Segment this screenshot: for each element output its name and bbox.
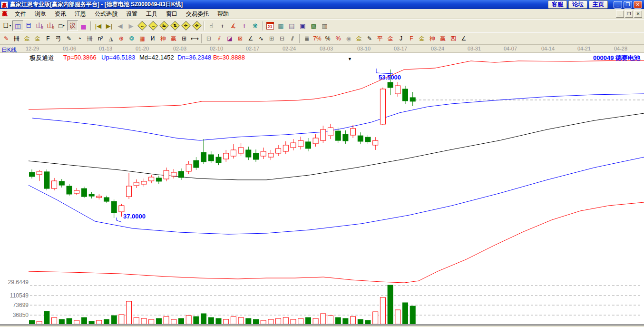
candle-style-button[interactable]: □▾ <box>56 20 67 31</box>
calculator-icon[interactable]: ▦ <box>275 20 286 31</box>
compress-v-diamond-icon[interactable]: ⇅ <box>169 20 180 31</box>
zoom-out-diamond-icon[interactable]: ✜ <box>191 20 202 31</box>
menu-item-8[interactable]: 窗口 <box>162 10 182 18</box>
compress-h-diamond-icon[interactable]: ⇆ <box>158 20 169 31</box>
chart-area[interactable]: 29.6449110549736993685053.500037.0000 极反… <box>0 53 644 325</box>
pen-grid-icon[interactable]: ✎ <box>64 34 74 44</box>
f-angle-icon[interactable]: F <box>406 34 417 44</box>
date-tick: 04-21 <box>577 46 591 51</box>
period-day-button[interactable]: 日▾ <box>1 20 12 31</box>
crosshair-icon[interactable]: + <box>217 20 228 31</box>
menu-item-3[interactable]: 资讯 <box>50 10 70 18</box>
protractor-icon[interactable]: ∡ <box>228 20 239 31</box>
shift-right-diamond-icon[interactable]: → <box>147 20 158 31</box>
shen-angle-icon[interactable]: 神 <box>427 34 438 44</box>
menu-item-2[interactable]: 浏览 <box>30 10 50 18</box>
mdi-minimize-button[interactable]: _ <box>616 10 624 18</box>
forum-button[interactable]: 论坛 <box>568 0 587 9</box>
fan-box-purple-icon[interactable]: ◪ <box>224 34 235 44</box>
fib-grid-icon[interactable]: F <box>43 34 53 44</box>
svg-text:37.0000: 37.0000 <box>123 213 146 220</box>
cycle-clock-icon[interactable]: ◔ <box>74 34 85 44</box>
close-button[interactable]: ✕ <box>634 1 642 9</box>
memo-icon[interactable]: ▤ <box>286 20 297 31</box>
gold-grid-icon[interactable]: 金 <box>22 34 32 44</box>
gann-tool-icon[interactable]: Ŧ <box>239 20 250 31</box>
calendar-icon[interactable]: 21 <box>264 20 275 31</box>
win-angle-icon[interactable]: 赢 <box>438 34 448 44</box>
minimize-button[interactable]: _ <box>614 1 622 9</box>
menu-item-9[interactable]: 交易委托 <box>182 10 213 18</box>
histogram-icon[interactable]: ≣ <box>302 34 312 44</box>
gold-angle-icon[interactable]: 金 <box>417 34 427 44</box>
mdi-restore-button[interactable]: ❐ <box>625 10 633 18</box>
gold-lines-icon[interactable]: 金 <box>354 34 364 44</box>
width-measure-icon[interactable]: ⟷ <box>189 34 200 44</box>
j-angle-icon[interactable]: J <box>396 34 406 44</box>
shen-grid-icon[interactable]: 神 <box>158 34 168 44</box>
percent-icon[interactable]: % <box>322 34 333 44</box>
arc-grid-icon[interactable]: 弓 <box>53 34 64 44</box>
four-angle-icon[interactable]: 四 <box>448 34 459 44</box>
menu-item-6[interactable]: 设置 <box>122 10 142 18</box>
menu-item-1[interactable]: 文件 <box>10 10 30 18</box>
homepage-button[interactable]: 主页 <box>589 0 608 9</box>
box-tool-icon[interactable]: ⊡ <box>204 34 214 44</box>
gann-fan-icon[interactable]: ⫽ <box>214 34 224 44</box>
period-label: 日K线 <box>1 46 17 54</box>
date-tick: 03-03 <box>320 46 333 51</box>
grid-icon[interactable]: 卌 <box>11 34 22 44</box>
ping-wave-icon[interactable]: 平 <box>375 34 385 44</box>
circle-target-icon[interactable]: ⊕ <box>116 34 127 44</box>
angle-lines-icon[interactable]: ∠ <box>245 34 256 44</box>
chart-3min-icon[interactable]: 山3 <box>34 20 45 31</box>
win-grid-icon[interactable]: 赢 <box>168 34 179 44</box>
grid-square-arrow-icon[interactable]: ⊟ <box>277 34 287 44</box>
menu-item-5[interactable]: 公式选股 <box>90 10 122 18</box>
app-logo-icon: 赢 <box>1 1 8 8</box>
gold-grid2-icon[interactable]: 金 <box>32 34 43 44</box>
percent7-icon[interactable]: 7% <box>312 34 322 44</box>
svg-text:73699: 73699 <box>13 302 29 308</box>
save-icon[interactable]: ▣ <box>297 20 308 31</box>
web-knot-icon[interactable]: ❋ <box>250 20 261 31</box>
save-net-icon[interactable]: ▩ <box>308 20 319 31</box>
indicator-overlay-icon[interactable]: 议 <box>67 20 78 31</box>
draw-pen-icon[interactable]: ✎ <box>1 34 11 44</box>
zigzag-icon[interactable]: ∿ <box>256 34 266 44</box>
zoom-in-diamond-icon[interactable]: ✛ <box>180 20 191 31</box>
hash-icon[interactable]: 卌 <box>85 34 95 44</box>
workstation-icon[interactable]: ▥ <box>319 20 330 31</box>
parallel-lines-icon[interactable]: ⫽ <box>287 34 298 44</box>
wave-n-icon[interactable]: И <box>147 34 158 44</box>
ruler-123-icon[interactable]: ⊞ <box>179 34 189 44</box>
pan-hand-icon[interactable]: ☝ <box>206 20 217 31</box>
web-box-icon[interactable]: ▦ <box>137 34 147 44</box>
menu-item-4[interactable]: 江恩 <box>70 10 90 18</box>
n2-grid-icon[interactable]: n² <box>95 34 106 44</box>
info-board-icon[interactable]: 目 <box>23 20 34 31</box>
customer-service-button[interactable]: 客服 <box>548 0 567 9</box>
star-web-icon[interactable]: ❂ <box>127 34 137 44</box>
nav-prev-icon[interactable]: ◀ <box>115 20 126 31</box>
gold-underline-icon[interactable]: 金 <box>385 34 396 44</box>
mdi-close-button[interactable]: ✕ <box>634 10 642 18</box>
main-layout-icon[interactable]: ◫ <box>12 20 23 31</box>
nav-first-icon[interactable]: |◀ <box>93 20 104 31</box>
restore-button[interactable]: ❐ <box>624 1 632 9</box>
chart-9min-icon[interactable]: 山9 <box>45 20 56 31</box>
grid-square-icon[interactable]: ⊞ <box>266 34 277 44</box>
fan-box-red-icon[interactable]: ⊠ <box>235 34 245 44</box>
menu-item-7[interactable]: 工具 <box>142 10 162 18</box>
angle-a-icon[interactable]: ◮ <box>106 34 116 44</box>
gold-circle-icon[interactable]: ◉ <box>343 34 354 44</box>
percent3-icon[interactable]: % <box>333 34 343 44</box>
nav-last-icon[interactable]: ▶| <box>104 20 115 31</box>
colored-volume-icon[interactable]: ▅ <box>78 20 89 31</box>
pen-vertical-icon[interactable]: ✎ <box>364 34 375 44</box>
candlestick-chart[interactable]: 29.6449110549736993685053.500037.0000 <box>0 53 644 325</box>
nav-next-icon[interactable]: ▶ <box>126 20 137 31</box>
angle-eq-icon[interactable]: ∠ <box>459 34 469 44</box>
menu-item-10[interactable]: 帮助 <box>213 10 233 18</box>
shift-left-diamond-icon[interactable]: ← <box>137 20 147 31</box>
